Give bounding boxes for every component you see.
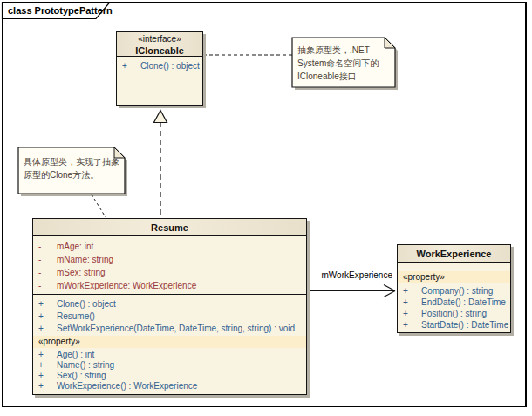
operations-compartment: + Clone() : object [117,57,202,72]
visibility-marker: + [398,308,421,319]
visibility-marker: - [33,266,57,279]
realization-triangle-arrowhead [154,111,167,123]
member-text: EndDate() : DateTime [421,297,506,308]
attribute-row[interactable]: - mName: string [33,253,306,266]
property-group-label: «property» [33,336,306,348]
member-text: StartDate() : DateTime [421,319,508,331]
member-text: Clone() : object [57,298,116,310]
member-text: mSex: string [57,266,106,279]
diagram-canvas: class PrototypePattern «interface» IClon… [0,0,532,416]
class-workexperience[interactable]: WorkExperience «property» + Company() : … [397,244,511,333]
visibility-marker: + [398,297,421,308]
properties-compartment: + Company() : string + EndDate() : DateT… [398,283,510,331]
class-header: WorkExperience [398,245,510,263]
member-text: Clone() : object [140,60,200,72]
property-row[interactable]: + Sex() : string [33,371,306,381]
frame-tab-label: class PrototypePattern [8,5,113,16]
visibility-marker: + [33,350,57,360]
member-text: Position() : string [421,308,487,319]
class-icloneable[interactable]: «interface» ICloneable + Clone() : objec… [116,31,203,106]
note-line: System命名空间下的 [297,57,393,70]
note-abstract-prototype-text: 抽象原型类，.NET System命名空间下的 ICloneable接口 [297,44,393,83]
visibility-marker: + [398,285,421,297]
operation-row[interactable]: + Clone() : object [33,298,306,310]
operations-compartment: + Clone() : object + Resume() + SetWorkE… [33,295,306,336]
association-role-label: -mWorkExperience [304,270,392,280]
member-text: mAge: int [57,240,93,253]
note-line: 原型的Clone方法。 [24,168,123,181]
attribute-row[interactable]: - mAge: int [33,240,306,253]
attribute-row[interactable]: - mWorkExperience: WorkExperience [33,279,306,292]
visibility-marker: - [33,240,57,253]
visibility-marker: + [33,310,57,323]
property-group-label: «property» [398,271,510,283]
note-line: 抽象原型类，.NET [297,44,393,57]
class-header: Resume [33,219,306,236]
member-text: SetWorkExperience(DateTime, DateTime, st… [57,323,295,335]
member-text: Company() : string [421,285,493,297]
property-row[interactable]: + Company() : string [398,285,510,297]
note-concrete-prototype-text: 具体原型类，实现了抽象 原型的Clone方法。 [24,155,123,181]
class-stereotype: «interface» [117,33,202,44]
class-name: Resume [33,219,306,236]
member-text: mWorkExperience: WorkExperience [57,279,196,292]
attribute-row[interactable]: - mSex: string [33,266,306,279]
property-row[interactable]: + WorkExperience() : WorkExperience [33,381,306,392]
class-header: «interface» ICloneable [117,32,202,57]
class-name: WorkExperience [398,245,510,263]
visibility-marker: + [33,298,57,310]
property-row[interactable]: + Name() : string [33,360,306,371]
member-text: Sex() : string [57,371,106,381]
property-row[interactable]: + Position() : string [398,308,510,319]
operation-row[interactable]: + Resume() [33,310,306,323]
member-text: mName: string [57,253,113,266]
visibility-marker: - [33,253,57,266]
properties-compartment: + Age() : int + Name() : string + Sex() … [33,348,306,392]
attributes-compartment: - mAge: int - mName: string - mSex: stri… [33,236,306,295]
member-text: Resume() [57,310,95,323]
visibility-marker: + [398,319,421,331]
visibility-marker: + [33,360,57,371]
visibility-marker: + [33,323,57,335]
visibility-marker: + [33,371,57,381]
note-line: 具体原型类，实现了抽象 [24,155,123,168]
class-resume[interactable]: Resume - mAge: int - mName: string - mSe… [32,218,307,395]
property-row[interactable]: + Age() : int [33,350,306,360]
notelink-resume[interactable] [92,194,106,217]
property-row[interactable]: + StartDate() : DateTime [398,319,510,331]
member-text: Name() : string [57,360,114,371]
attributes-compartment-empty [398,263,510,271]
class-name: ICloneable [117,44,202,57]
visibility-marker: + [33,381,57,392]
member-text: WorkExperience() : WorkExperience [57,381,197,392]
property-row[interactable]: + EndDate() : DateTime [398,297,510,308]
operation-row[interactable]: + Clone() : object [117,60,202,72]
visibility-marker: + [117,60,140,72]
note-line: ICloneable接口 [297,70,393,83]
member-text: Age() : int [57,350,94,360]
visibility-marker: - [33,279,57,292]
operation-row[interactable]: + SetWorkExperience(DateTime, DateTime, … [33,323,306,335]
